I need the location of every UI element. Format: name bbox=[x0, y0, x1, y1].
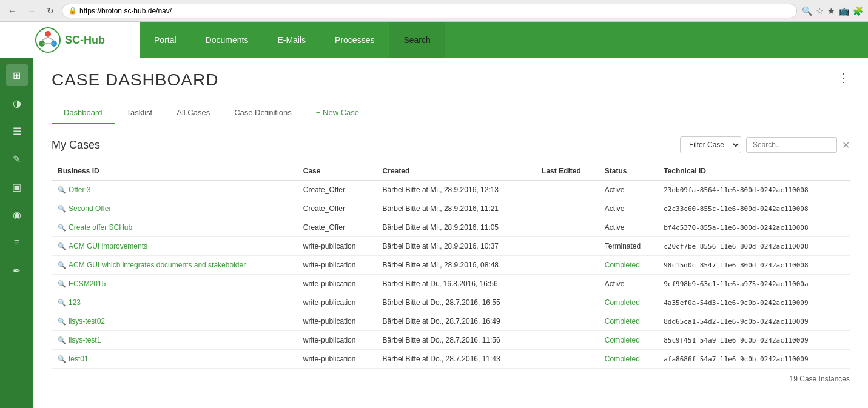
table-header: Business ID Case Created Last Edited Sta… bbox=[52, 162, 850, 181]
cell-tech-id: 85c9f451-54a9-11e6-9c0b-0242ac110009 bbox=[658, 331, 850, 350]
sidebar: ⊞ ◑ ☰ ✎ ▣ ◉ ≡ ✒ bbox=[0, 58, 33, 408]
cell-case: write-publication bbox=[297, 275, 377, 293]
search-row-icon: 🔍 bbox=[58, 299, 66, 307]
cast-icon[interactable]: 📺 bbox=[839, 6, 849, 16]
tab-dashboard[interactable]: Dashboard bbox=[52, 102, 115, 124]
search-row-icon: 🔍 bbox=[58, 242, 66, 250]
forward-button[interactable]: → bbox=[24, 5, 39, 17]
cell-case: Create_Offer bbox=[297, 199, 377, 218]
browser-toolbar-icons: 🔍 ☆ ★ 📺 🧩 bbox=[802, 6, 863, 16]
search-row-icon: 🔍 bbox=[58, 186, 66, 194]
cell-last-edited bbox=[536, 331, 599, 350]
cell-created: Bärbel Bitte at Mi., 28.9.2016, 12:13 bbox=[377, 181, 536, 199]
cell-tech-id: 9cf998b9-63c1-11e6-a975-0242ac11000a bbox=[658, 275, 850, 293]
main-nav: Portal Documents E-Mails Processes Searc… bbox=[140, 22, 445, 58]
business-id-link[interactable]: 🔍 test01 bbox=[58, 355, 291, 363]
sidebar-edit-icon[interactable]: ✎ bbox=[6, 148, 28, 170]
tab-case-definitions[interactable]: Case Definitions bbox=[222, 102, 304, 124]
cell-business-id: 🔍 ACM GUI which integrates documents and… bbox=[52, 256, 297, 275]
cell-status: Completed bbox=[599, 350, 658, 369]
search-row-icon: 🔍 bbox=[58, 355, 66, 363]
cell-created: Bärbel Bitte at Di., 16.8.2016, 16:56 bbox=[377, 275, 536, 293]
business-id-link[interactable]: 🔍 Create offer SCHub bbox=[58, 223, 291, 232]
page-title: CASE DASHBOARD bbox=[52, 70, 218, 90]
col-created: Created bbox=[377, 162, 536, 181]
lock-icon: 🔒 bbox=[69, 7, 77, 15]
sidebar-widget-icon[interactable]: ▣ bbox=[6, 176, 28, 198]
cell-status: Active bbox=[599, 199, 658, 218]
business-id-link[interactable]: 🔍 iisys-test02 bbox=[58, 317, 291, 326]
nav-processes[interactable]: Processes bbox=[320, 22, 389, 58]
cell-created: Bärbel Bitte at Do., 28.7.2016, 11:56 bbox=[377, 331, 536, 350]
nav-documents[interactable]: Documents bbox=[191, 22, 263, 58]
cell-business-id: 🔍 Second Offer bbox=[52, 199, 297, 218]
table-row: 🔍 lisys-test1 write-publication Bärbel B… bbox=[52, 331, 850, 350]
cell-case: write-publication bbox=[297, 312, 377, 331]
search-row-icon: 🔍 bbox=[58, 224, 66, 232]
cell-business-id: 🔍 iisys-test02 bbox=[52, 312, 297, 331]
cell-tech-id: 8dd65ca1-54d2-11e6-9c0b-0242ac110009 bbox=[658, 312, 850, 331]
business-id-link[interactable]: 🔍 ECSM2015 bbox=[58, 279, 291, 288]
extensions-icon[interactable]: 🧩 bbox=[853, 6, 863, 16]
cell-status: Completed bbox=[599, 293, 658, 312]
browser-bar: ← → ↻ 🔒 🔍 ☆ ★ 📺 🧩 bbox=[0, 0, 868, 22]
address-bar[interactable]: 🔒 bbox=[62, 4, 797, 18]
sidebar-palette-icon[interactable]: ◑ bbox=[6, 92, 28, 114]
nav-portal[interactable]: Portal bbox=[140, 22, 191, 58]
filter-case-select[interactable]: Filter Case bbox=[680, 136, 741, 153]
cell-tech-id: 98c15d0c-8547-11e6-800d-0242ac110008 bbox=[658, 256, 850, 275]
reload-button[interactable]: ↻ bbox=[44, 5, 57, 17]
cell-last-edited bbox=[536, 275, 599, 293]
cell-last-edited bbox=[536, 181, 599, 199]
sidebar-list-icon[interactable]: ☰ bbox=[6, 120, 28, 142]
business-id-link[interactable]: 🔍 ACM GUI improvements bbox=[58, 242, 291, 250]
star-icon[interactable]: ★ bbox=[827, 6, 835, 16]
tab-tasklist[interactable]: Tasklist bbox=[115, 102, 165, 124]
col-case: Case bbox=[297, 162, 377, 181]
search-browser-icon[interactable]: 🔍 bbox=[802, 6, 812, 16]
cell-tech-id: 4a35ef0a-54d3-11e6-9c0b-0242ac110009 bbox=[658, 293, 850, 312]
business-id-link[interactable]: 🔍 Offer 3 bbox=[58, 186, 291, 194]
sidebar-pen-icon[interactable]: ✒ bbox=[6, 259, 28, 281]
table-row: 🔍 ACM GUI improvements write-publication… bbox=[52, 237, 850, 256]
nav-search[interactable]: Search bbox=[389, 22, 445, 58]
cell-case: write-publication bbox=[297, 293, 377, 312]
section-title: My Cases bbox=[52, 139, 100, 152]
url-input[interactable] bbox=[79, 7, 790, 15]
svg-line-5 bbox=[48, 37, 54, 41]
cell-business-id: 🔍 Create offer SCHub bbox=[52, 218, 297, 237]
top-nav: SC-Hub Portal Documents E-Mails Processe… bbox=[0, 22, 868, 58]
cell-last-edited bbox=[536, 218, 599, 237]
cell-last-edited bbox=[536, 256, 599, 275]
bookmark-icon[interactable]: ☆ bbox=[816, 6, 824, 16]
cell-business-id: 🔍 ECSM2015 bbox=[52, 275, 297, 293]
sidebar-grid-icon[interactable]: ⊞ bbox=[6, 64, 28, 86]
business-id-link[interactable]: 🔍 lisys-test1 bbox=[58, 336, 291, 344]
cell-business-id: 🔍 Offer 3 bbox=[52, 181, 297, 199]
nav-emails[interactable]: E-Mails bbox=[263, 22, 320, 58]
cell-status: Terminated bbox=[599, 237, 658, 256]
cell-created: Bärbel Bitte at Do., 28.7.2016, 11:43 bbox=[377, 350, 536, 369]
page-header: CASE DASHBOARD ⋮ bbox=[52, 70, 850, 90]
sidebar-lines-icon[interactable]: ≡ bbox=[6, 232, 28, 253]
more-button[interactable]: ⋮ bbox=[838, 70, 850, 85]
cell-business-id: 🔍 ACM GUI improvements bbox=[52, 237, 297, 256]
business-id-link[interactable]: 🔍 ACM GUI which integrates documents and… bbox=[58, 261, 291, 269]
search-input[interactable] bbox=[746, 137, 837, 153]
sidebar-color-icon[interactable]: ◉ bbox=[6, 204, 28, 226]
tab-new-case[interactable]: + New Case bbox=[304, 102, 371, 124]
cell-last-edited bbox=[536, 199, 599, 218]
business-id-link[interactable]: 🔍 123 bbox=[58, 298, 291, 307]
cell-created: Bärbel Bitte at Mi., 28.9.2016, 08:48 bbox=[377, 256, 536, 275]
tab-all-cases[interactable]: All Cases bbox=[164, 102, 222, 124]
logo-svg bbox=[35, 27, 61, 53]
cell-created: Bärbel Bitte at Mi., 28.9.2016, 10:37 bbox=[377, 237, 536, 256]
clear-search-button[interactable]: ✕ bbox=[842, 139, 850, 151]
col-business-id: Business ID bbox=[52, 162, 297, 181]
cell-case: write-publication bbox=[297, 256, 377, 275]
cell-status: Completed bbox=[599, 331, 658, 350]
logo-text: SC-Hub bbox=[65, 34, 105, 47]
back-button[interactable]: ← bbox=[5, 5, 19, 17]
table-row: 🔍 123 write-publication Bärbel Bitte at … bbox=[52, 293, 850, 312]
business-id-link[interactable]: 🔍 Second Offer bbox=[58, 204, 291, 213]
